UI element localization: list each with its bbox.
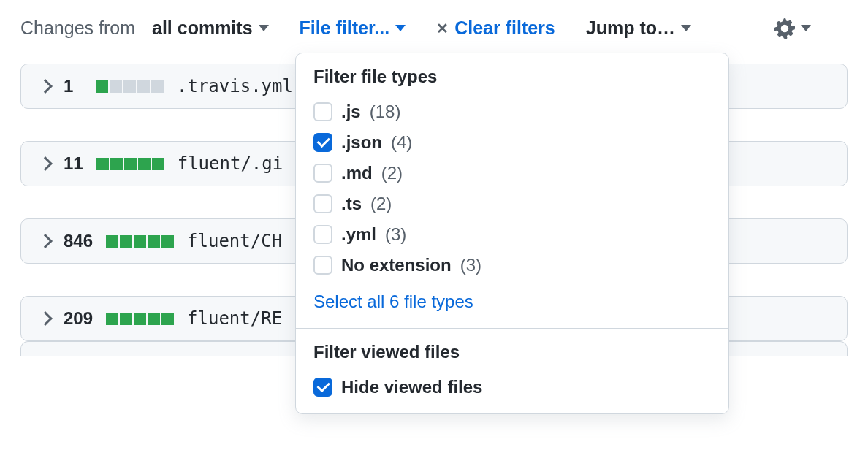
close-icon: ✕ <box>436 20 449 37</box>
file-type-ext: No extension <box>341 255 452 275</box>
chevron-right-icon <box>38 311 53 326</box>
jump-to-label: Jump to… <box>586 18 675 39</box>
file-type-count: (2) <box>370 194 392 214</box>
changes-from-menu[interactable]: Changes from all commits <box>20 18 269 39</box>
checkbox-icon <box>313 194 332 213</box>
file-type-ext: .md <box>341 163 373 183</box>
file-type-ext: .js <box>341 102 361 122</box>
filter-viewed-heading: Filter viewed files <box>313 342 711 362</box>
file-type-count: (3) <box>460 255 481 275</box>
chevron-right-icon <box>38 79 53 94</box>
file-type-filter-row[interactable]: .md (2) <box>313 163 711 183</box>
diff-settings-menu[interactable] <box>774 18 811 39</box>
checkbox-icon <box>313 164 332 183</box>
clear-filters-button[interactable]: ✕ Clear filters <box>436 18 555 39</box>
file-type-ext: .json <box>341 132 382 153</box>
diff-toolbar: Changes from all commits File filter... … <box>20 18 848 39</box>
caret-down-icon <box>801 25 811 31</box>
file-type-filter-row[interactable]: No extension (3) <box>313 255 711 275</box>
file-filter-label: File filter... <box>300 18 390 39</box>
caret-down-icon <box>259 25 269 31</box>
checkbox-icon <box>313 225 332 244</box>
change-count: 1 <box>64 76 83 96</box>
clear-filters-label: Clear filters <box>454 18 555 39</box>
file-type-ext: .yml <box>341 224 376 245</box>
filter-types-heading: Filter file types <box>313 66 711 87</box>
file-type-ext: .ts <box>341 194 362 214</box>
filter-file-types-section: Filter file types .js (18).json (4).md (… <box>296 53 728 329</box>
changes-scope: all commits <box>152 18 253 39</box>
diff-stat-blocks <box>106 313 174 325</box>
file-type-filter-row[interactable]: .json (4) <box>313 132 711 153</box>
file-filter-dropdown: Filter file types .js (18).json (4).md (… <box>295 53 729 373</box>
file-name: .travis.yml <box>177 76 293 96</box>
file-name: fluent/.gi <box>178 153 283 174</box>
filter-viewed-section: Filter viewed files Hide viewed files <box>296 329 728 373</box>
diff-stat-blocks <box>106 235 174 248</box>
changes-prefix: Changes from <box>20 18 135 39</box>
file-name: fluent/RE <box>187 308 282 329</box>
jump-to-menu[interactable]: Jump to… <box>586 18 691 39</box>
caret-down-icon <box>681 25 691 31</box>
chevron-right-icon <box>38 234 53 248</box>
file-type-filter-row[interactable]: .yml (3) <box>313 224 711 245</box>
file-type-count: (3) <box>385 224 406 245</box>
file-type-count: (2) <box>381 163 403 183</box>
change-count: 209 <box>64 308 93 329</box>
file-type-count: (18) <box>370 102 401 122</box>
checkbox-icon <box>313 133 332 152</box>
change-count: 846 <box>64 231 93 251</box>
diff-stat-blocks <box>96 158 164 170</box>
caret-down-icon <box>395 25 406 31</box>
file-type-filter-row[interactable]: .js (18) <box>313 102 711 122</box>
change-count: 11 <box>64 153 83 174</box>
checkbox-icon <box>313 256 332 275</box>
checkbox-icon <box>313 102 332 121</box>
diff-stat-blocks <box>96 80 164 93</box>
file-name: fluent/CH <box>187 231 282 251</box>
select-all-types-link[interactable]: Select all 6 file types <box>313 291 711 312</box>
chevron-right-icon <box>38 156 53 171</box>
file-type-filter-row[interactable]: .ts (2) <box>313 194 711 214</box>
gear-icon <box>774 18 795 39</box>
file-type-count: (4) <box>391 132 412 153</box>
file-filter-menu[interactable]: File filter... <box>300 18 406 39</box>
